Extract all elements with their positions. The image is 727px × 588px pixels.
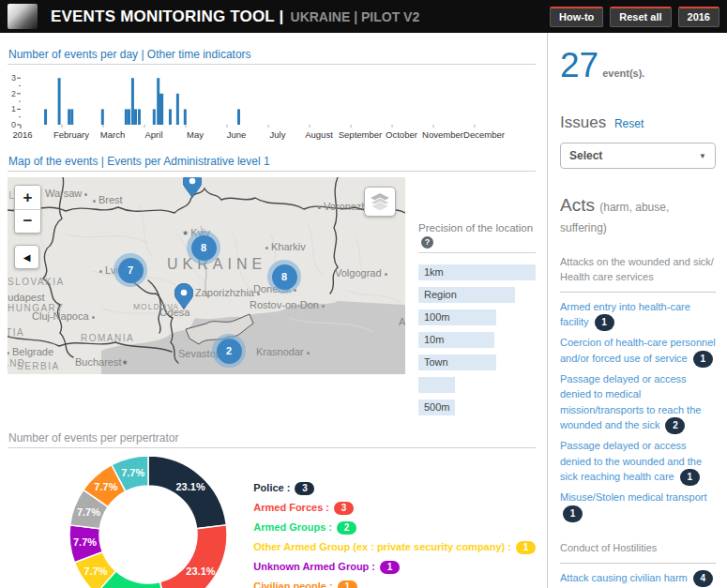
precision-bar[interactable]: 10m (418, 332, 494, 348)
timeline-bar[interactable] (125, 109, 128, 125)
act-item-count-badge: 1 (595, 314, 614, 331)
timeline-bar[interactable] (184, 109, 187, 125)
act-item-label: Attack causing civilian harm (560, 572, 690, 583)
act-item-label: Misuse/Stolen medical transport (560, 491, 707, 503)
timeline-bar[interactable] (160, 94, 163, 125)
timeline-bar[interactable] (237, 109, 240, 125)
svg-text:August: August (305, 129, 333, 140)
map-pin-icon[interactable] (183, 177, 202, 202)
precision-bar[interactable]: Region (418, 287, 515, 303)
filters-sidebar: 27event(s). Issues Reset Select ▼ Acts (… (547, 33, 727, 588)
act-item-count-badge: 1 (693, 351, 713, 368)
legend-item[interactable]: Armed Forces : 3 (253, 502, 536, 515)
timeline-bar[interactable] (70, 109, 73, 125)
year-button[interactable]: 2016 (678, 7, 719, 27)
svg-text:June: June (227, 129, 247, 140)
event-count-number: 27 (560, 46, 598, 84)
timeline-bar[interactable] (68, 109, 70, 125)
cluster-marker[interactable]: 8 (187, 231, 220, 264)
svg-text:2016: 2016 (12, 129, 32, 140)
legend-item[interactable]: Civilian people : 1 (253, 580, 536, 588)
act-item[interactable]: Attack causing civilian harm 4 (560, 570, 716, 587)
timeline-bar[interactable] (58, 78, 61, 125)
legend-item-label: Civilian people : (253, 580, 335, 588)
legend-item[interactable]: Police : 3 (253, 482, 536, 495)
act-item[interactable]: Armed entry into health-care facility 1 (560, 299, 716, 332)
event-count: 27event(s). (560, 46, 716, 85)
issues-select[interactable]: Select ▼ (560, 143, 716, 169)
timeline-bar[interactable] (101, 109, 104, 125)
timeline-bar[interactable] (131, 78, 134, 125)
svg-text:February: February (53, 129, 89, 140)
app-subtitle: UKRAINE | PILOT V2 (291, 9, 420, 24)
act-item[interactable]: Passage delayed or access denied to the … (560, 438, 716, 486)
cluster-marker[interactable]: 7 (114, 253, 147, 287)
legend-item-count-badge: 3 (334, 502, 354, 515)
timeline-bar[interactable] (44, 109, 47, 125)
svg-text:1: 1 (11, 104, 16, 113)
layers-icon[interactable] (364, 187, 396, 217)
perpetrator-donut-chart[interactable]: 23.1%23.1%15.4%7.7%7.7%7.7%7.7%7.7% (8, 454, 242, 588)
precision-title: Precision of the location? (418, 222, 536, 249)
map-section-title[interactable]: Map of the events | Events per Administr… (8, 155, 536, 168)
events-per-day-chart[interactable]: 01232016FebruaryMarchAprilMayJuneJulyAug… (8, 70, 525, 145)
divider (8, 64, 536, 65)
issues-reset-link[interactable]: Reset (614, 117, 644, 130)
act-item-label: Armed entry into health-care facility (560, 301, 690, 328)
reset-all-button[interactable]: Reset all (610, 7, 671, 27)
legend-item[interactable]: Armed Groups : 2 (253, 521, 536, 535)
app-logo (8, 4, 38, 29)
precision-bar[interactable] (418, 377, 455, 393)
legend-item-label: Other Armed Group (ex : private security… (253, 541, 514, 552)
app-header: EVENTS MONITORING TOOL | UKRAINE | PILOT… (0, 0, 727, 33)
timeline-bar[interactable] (138, 109, 141, 125)
act-item[interactable]: Passage delayed or access denied to medi… (560, 371, 716, 435)
timeline-section-title[interactable]: Number of events per day | Other time in… (8, 48, 536, 61)
precision-bar[interactable]: 1km (418, 264, 536, 280)
precision-bar[interactable]: 500m (418, 400, 455, 415)
precision-bar[interactable]: 100m (418, 309, 496, 325)
acts-list: Attacks on the wounded and sick/ Health … (560, 255, 716, 588)
acts-group-heading: Attacks on the wounded and sick/ Health … (560, 255, 716, 293)
map-pin-icon[interactable] (174, 283, 193, 313)
legend-item-label: Unknown Armed Group : (253, 561, 378, 572)
act-item[interactable]: Coercion of health-care personnel and/or… (560, 335, 716, 368)
donut-slice-label: 7.7% (73, 536, 97, 548)
cluster-marker[interactable]: 2 (212, 334, 246, 368)
back-arrow-icon[interactable]: ◀ (14, 245, 39, 269)
act-item-label: Coercion of health-care personnel and/or… (560, 337, 716, 364)
timeline-bar[interactable] (134, 109, 137, 125)
timeline-bar[interactable] (153, 109, 156, 125)
acts-label: Acts (560, 195, 595, 215)
legend-item-count-badge: 3 (295, 482, 314, 495)
timeline-bar[interactable] (169, 109, 172, 125)
event-count-suffix: event(s). (602, 68, 644, 79)
legend-item-label: Armed Forces : (253, 502, 332, 513)
how-to-button[interactable]: How-to (550, 7, 603, 27)
donut-slice-label: 7.7% (94, 481, 117, 492)
zoom-in-icon[interactable]: + (15, 186, 40, 209)
act-item[interactable]: Misuse/Stolen medical transport 1 (560, 490, 716, 522)
svg-text:September: September (339, 129, 382, 140)
precision-bar[interactable]: Town (418, 354, 496, 370)
donut-slice[interactable] (159, 525, 227, 588)
acts-heading: Acts (harm, abuse, suffering) (560, 195, 716, 236)
donut-slice-label: 23.1% (186, 565, 215, 577)
timeline-bar[interactable] (176, 94, 179, 125)
events-map[interactable]: POLANDWarsawBrestVoronezh★KyivLvivUKRAIN… (8, 177, 405, 374)
perpetrator-section-title: Number of events per perpertrator (8, 431, 536, 445)
act-item-count-badge: 2 (665, 417, 685, 434)
svg-text:March: March (100, 129, 125, 140)
act-item-count-badge: 1 (680, 469, 700, 486)
acts-group: Conduct of HostilitiesAttack causing civ… (560, 541, 716, 588)
help-icon[interactable]: ? (421, 236, 433, 249)
main-content: Number of events per day | Other time in… (0, 33, 547, 588)
zoom-out-icon[interactable]: − (15, 209, 40, 233)
cluster-marker[interactable]: 8 (267, 260, 301, 294)
legend-item[interactable]: Unknown Armed Group : 1 (253, 561, 536, 574)
svg-text:May: May (187, 129, 204, 140)
svg-text:April: April (144, 129, 162, 140)
donut-slice-label: 7.7% (77, 506, 100, 518)
legend-item[interactable]: Other Armed Group (ex : private security… (253, 541, 536, 554)
timeline-bar[interactable] (128, 109, 130, 125)
